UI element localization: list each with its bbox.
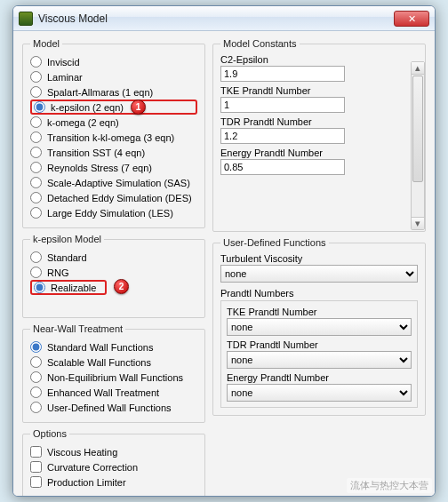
model-les[interactable]: Large Eddy Simulation (LES) bbox=[30, 205, 197, 220]
ke-legend: k-epsilon Model bbox=[30, 234, 104, 244]
nw-standard[interactable]: Standard Wall Functions bbox=[30, 339, 197, 355]
close-button[interactable]: ✕ bbox=[394, 11, 429, 27]
tke-input[interactable] bbox=[220, 97, 345, 113]
titlebar: Viscous Model ✕ bbox=[13, 6, 435, 31]
ke-rng[interactable]: RNG bbox=[30, 265, 197, 280]
dialog-window: Viscous Model ✕ Model Inviscid Laminar S… bbox=[12, 5, 436, 497]
tdr-prandtl-select[interactable]: none bbox=[227, 351, 412, 369]
constants-group: Model Constants C2-Epsilon TKE Prandtl N… bbox=[212, 38, 426, 232]
options-group: Options Viscous Heating Curvature Correc… bbox=[22, 428, 205, 497]
nw-userdef[interactable]: User-Defined Wall Functions bbox=[30, 400, 197, 415]
const-tke: TKE Prandtl Number bbox=[220, 85, 405, 113]
model-reynolds[interactable]: Reynolds Stress (7 eqn) bbox=[30, 160, 197, 175]
model-k-omega[interactable]: k-omega (2 eqn) bbox=[30, 115, 197, 130]
tke-prandtl-select[interactable]: none bbox=[227, 318, 412, 336]
model-legend: Model bbox=[30, 38, 62, 49]
model-group: Model Inviscid Laminar Spalart-Allmaras … bbox=[22, 38, 205, 228]
model-laminar[interactable]: Laminar bbox=[30, 69, 197, 84]
udf-group: User-Defined Functions Turbulent Viscosi… bbox=[212, 237, 426, 416]
near-wall-legend: Near-Wall Treatment bbox=[30, 323, 125, 334]
turb-visc-select[interactable]: none bbox=[220, 265, 418, 283]
near-wall-group: Near-Wall Treatment Standard Wall Functi… bbox=[22, 323, 205, 423]
udf-legend: User-Defined Functions bbox=[220, 237, 329, 248]
nw-noneq[interactable]: Non-Equilibrium Wall Functions bbox=[30, 370, 197, 385]
constants-legend: Model Constants bbox=[220, 38, 300, 49]
opt-prod-limiter[interactable]: Production Limiter bbox=[30, 474, 197, 490]
model-inviscid[interactable]: Inviscid bbox=[30, 54, 197, 69]
energy-prandtl-select[interactable]: none bbox=[227, 384, 412, 402]
model-trans-kkl[interactable]: Transition k-kl-omega (3 eqn) bbox=[30, 130, 197, 145]
model-k-epsilon[interactable]: k-epsilon (2 eqn)1 bbox=[30, 100, 197, 115]
badge-1: 1 bbox=[131, 100, 146, 115]
app-icon bbox=[19, 12, 33, 26]
window-title: Viscous Model bbox=[38, 12, 394, 25]
model-des[interactable]: Detached Eddy Simulation (DES) bbox=[30, 190, 197, 205]
constants-scrollbar[interactable]: ▴ ▾ bbox=[411, 61, 425, 230]
scroll-thumb[interactable] bbox=[412, 76, 423, 182]
nw-scalable[interactable]: Scalable Wall Functions bbox=[30, 355, 197, 370]
options-legend: Options bbox=[30, 428, 69, 439]
model-spalart[interactable]: Spalart-Allmaras (1 eqn) bbox=[30, 84, 197, 100]
model-trans-sst[interactable]: Transition SST (4 eqn) bbox=[30, 145, 197, 160]
const-c2eps: C2-Epsilon bbox=[220, 54, 405, 82]
const-tdr: TDR Prandtl Number bbox=[220, 116, 405, 144]
ke-standard[interactable]: Standard bbox=[30, 250, 197, 265]
ke-realizable[interactable]: Realizable bbox=[30, 280, 107, 295]
c2eps-input[interactable] bbox=[220, 66, 345, 82]
badge-2: 2 bbox=[114, 279, 129, 294]
prandtl-sub: TKE Prandtl Number none TDR Prandtl Numb… bbox=[220, 300, 418, 408]
const-energy: Energy Prandtl Number bbox=[220, 147, 405, 175]
content-area: Model Inviscid Laminar Spalart-Allmaras … bbox=[13, 31, 435, 496]
ke-model-group: k-epsilon Model Standard RNG Realizable … bbox=[22, 234, 205, 318]
scroll-up-icon[interactable]: ▴ bbox=[412, 62, 424, 75]
watermark: 流体与热控大本营 bbox=[347, 478, 432, 493]
opt-viscous-heating[interactable]: Viscous Heating bbox=[30, 444, 197, 459]
nw-enhanced[interactable]: Enhanced Wall Treatment bbox=[30, 385, 197, 400]
opt-curvature[interactable]: Curvature Correction bbox=[30, 459, 197, 474]
scroll-down-icon[interactable]: ▾ bbox=[412, 217, 424, 229]
model-sas[interactable]: Scale-Adaptive Simulation (SAS) bbox=[30, 175, 197, 190]
energy-input[interactable] bbox=[220, 159, 345, 175]
tdr-input[interactable] bbox=[220, 128, 345, 144]
